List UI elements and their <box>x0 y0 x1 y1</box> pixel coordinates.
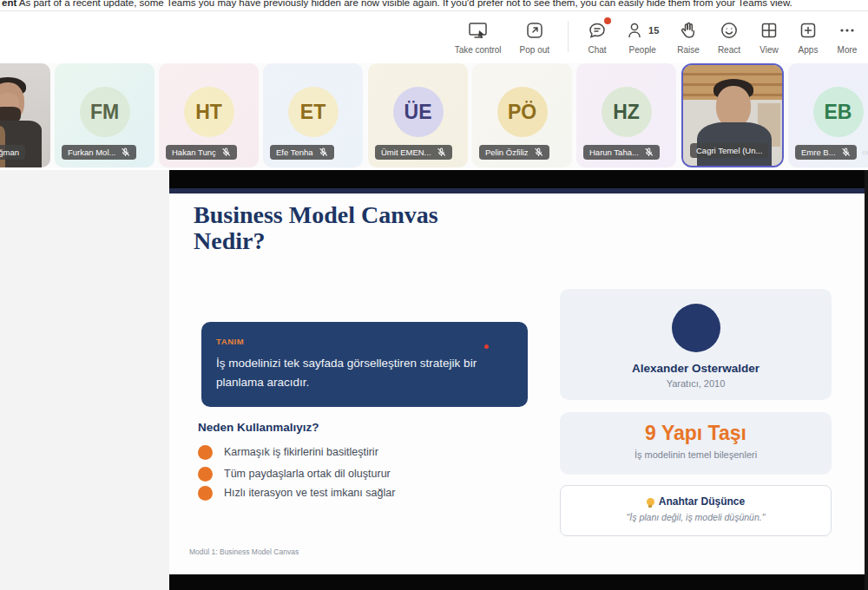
participant-name-label: Pelin Özfiliz <box>479 145 549 160</box>
bullet-item: Tüm paydaşlarla ortak dil oluşturur <box>198 466 391 482</box>
participant-name-label: Furkan Mol... <box>62 145 136 160</box>
lightbulb-icon <box>647 498 654 506</box>
more-label: More <box>838 45 858 55</box>
more-icon <box>837 19 858 42</box>
participant-tile-fm[interactable]: FM Furkan Mol... <box>55 63 155 167</box>
participant-name-label: Efe Tenha <box>270 145 334 160</box>
more-button[interactable]: More <box>837 19 858 55</box>
mic-off-icon <box>644 148 654 157</box>
participant-tile-hz[interactable]: HZ Harun Taha... <box>576 63 676 167</box>
participant-tile-video[interactable]: ağman <box>0 63 50 167</box>
chat-button[interactable]: Chat <box>587 19 608 55</box>
bullet-icon <box>198 467 213 482</box>
bullet-icon <box>198 445 213 460</box>
avatar: ET <box>288 87 339 137</box>
pop-out-label: Pop out <box>520 45 549 55</box>
chat-icon <box>587 19 608 42</box>
raise-hand-label: Raise <box>677 45 700 55</box>
pop-out-icon <box>524 19 545 42</box>
bullet-item: Hızlı iterasyon ve test imkanı sağlar <box>198 485 395 501</box>
view-icon <box>759 19 779 42</box>
shared-screen-letterbox-bottom <box>169 574 868 590</box>
react-button[interactable]: React <box>718 19 740 55</box>
mic-off-icon <box>534 148 543 157</box>
people-label: People <box>629 45 656 55</box>
teams-notice-banner: ent As part of a recent update, some Tea… <box>0 0 868 11</box>
take-control-icon <box>467 19 490 42</box>
banner-message: As part of a recent update, some Teams y… <box>16 0 792 8</box>
participant-name-label: ağman <box>0 145 25 160</box>
toolbar-divider <box>568 21 569 52</box>
creator-name: Alexander Osterwalder <box>632 362 760 375</box>
mic-off-icon <box>841 148 851 157</box>
participant-name-label: Emre B... <box>795 145 857 160</box>
participant-tile-ue[interactable]: ÜE Ümit EMEN... <box>368 63 468 167</box>
mic-off-icon <box>319 148 328 157</box>
participant-name-label: Hakan Tunç <box>166 145 237 160</box>
shared-screen-edge <box>865 170 868 590</box>
meeting-toolbar: Take control Pop out Chat 15 <box>0 11 868 62</box>
view-button[interactable]: View <box>759 19 779 55</box>
avatar: HT <box>184 87 234 137</box>
participant-tile-po[interactable]: PÖ Pelin Özfiliz <box>472 63 572 167</box>
participant-name-label: Cagri Temel (Un... <box>690 143 768 158</box>
participant-tile-cagri-active-speaker[interactable]: Cagri Temel (Un... <box>681 63 784 167</box>
definition-label: TANIM <box>216 337 513 346</box>
apps-label: Apps <box>799 45 819 55</box>
shared-screen-letterbox-top <box>169 170 868 188</box>
slide-footer: Modül 1: Business Model Canvas <box>189 547 299 556</box>
apps-icon <box>798 19 819 42</box>
raise-hand-button[interactable]: Raise <box>677 19 700 55</box>
avatar: EB <box>813 87 864 137</box>
building-blocks-subtitle: İş modelinin temel bileşenleri <box>635 449 757 460</box>
participant-name-label: Ümit EMEN... <box>375 145 452 160</box>
view-label: View <box>760 45 779 55</box>
chat-label: Chat <box>588 45 606 55</box>
react-icon <box>719 19 740 42</box>
building-blocks-title: 9 Yapı Taşı <box>645 422 746 445</box>
participant-tile-ht[interactable]: HT Hakan Tunç <box>159 63 259 167</box>
shared-presentation-slide: Business Model Canvas Nedir? TANIM İş mo… <box>169 193 865 574</box>
mic-off-icon <box>437 148 446 157</box>
participant-strip: ağman FM Furkan Mol... HT Hakan Tunç ET … <box>0 63 868 168</box>
stage-background <box>0 170 169 590</box>
avatar: FM <box>80 87 130 137</box>
mic-off-icon <box>221 148 231 157</box>
key-idea-quote: "İş planı değil, iş modeli düşünün." <box>627 512 766 522</box>
building-blocks-card: 9 Yapı Taşı İş modelinin temel bileşenle… <box>560 412 832 475</box>
avatar: HZ <box>602 87 652 137</box>
creator-card: Alexander Osterwalder Yaratıcı, 2010 <box>560 289 832 400</box>
pop-out-button[interactable]: Pop out <box>520 19 549 55</box>
red-dot <box>484 344 489 349</box>
key-idea-title: Anahtar Düşünce <box>659 495 745 508</box>
chat-notification-dot <box>604 17 611 24</box>
people-button[interactable]: 15 People <box>626 19 659 55</box>
definition-box: TANIM İş modelinizi tek sayfada görselle… <box>201 322 528 407</box>
people-count: 15 <box>648 25 659 36</box>
apps-button[interactable]: Apps <box>798 19 819 55</box>
banner-text: ent As part of a recent update, some Tea… <box>2 0 792 8</box>
creator-photo-placeholder <box>672 304 720 352</box>
slide-title: Business Model Canvas Nedir? <box>194 202 438 254</box>
bullet-item: Karmaşık iş fikirlerini basitleştirir <box>198 444 378 460</box>
key-idea-card: Anahtar Düşünce "İş planı değil, iş mode… <box>560 485 832 536</box>
creator-subtitle: Yaratıcı, 2010 <box>667 378 726 389</box>
participant-tile-eb[interactable]: EB Emre B... ·· <box>788 63 868 167</box>
avatar: ÜE <box>393 87 444 137</box>
avatar: PÖ <box>497 87 548 137</box>
people-icon: 15 <box>626 19 659 42</box>
mic-off-icon <box>121 148 130 157</box>
tile-more-dots[interactable]: ·· <box>863 148 868 158</box>
why-use-heading: Neden Kullanmalıyız? <box>198 421 319 434</box>
participant-tile-et[interactable]: ET Efe Tenha <box>263 63 363 167</box>
definition-text: İş modelinizi tek sayfada görselleştiren… <box>216 354 508 392</box>
participant-name-label: Harun Taha... <box>583 145 660 160</box>
take-control-button[interactable]: Take control <box>455 19 502 55</box>
react-label: React <box>718 45 740 55</box>
take-control-label: Take control <box>455 45 502 55</box>
bullet-icon <box>198 486 213 501</box>
raise-hand-icon <box>678 19 699 42</box>
banner-bold-prefix: ent <box>2 0 16 8</box>
